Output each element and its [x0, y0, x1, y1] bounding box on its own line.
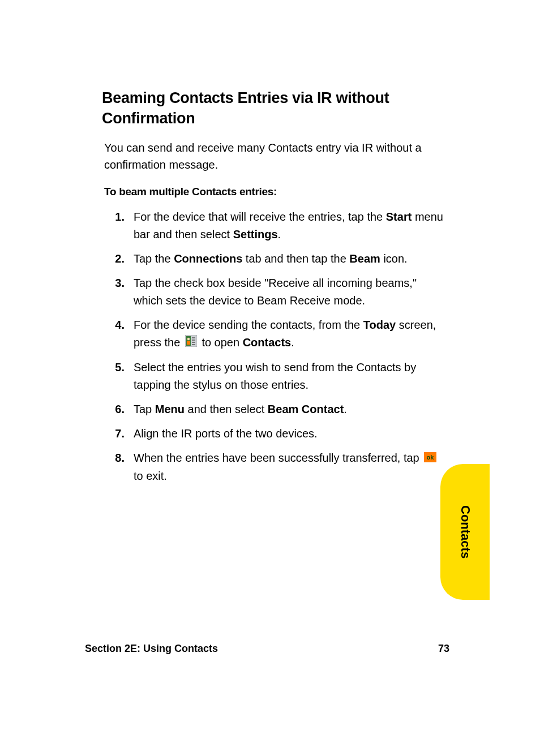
- list-item: 8. When the entries have been successful…: [113, 449, 444, 485]
- intro-paragraph: You can send and receive many Contacts e…: [104, 139, 444, 173]
- list-item: 6. Tap Menu and then select Beam Contact…: [113, 401, 444, 418]
- step-body: For the device sending the contacts, fro…: [134, 316, 444, 352]
- step-number: 1.: [113, 208, 134, 243]
- step-number: 8.: [113, 449, 134, 485]
- ok-icon: ok: [424, 450, 436, 467]
- step-number: 6.: [113, 401, 134, 418]
- svg-rect-3: [187, 341, 190, 345]
- step-body: For the device that will receive the ent…: [134, 208, 444, 243]
- step-number: 5.: [113, 359, 134, 394]
- step-number: 7.: [113, 425, 134, 443]
- list-item: 7. Align the IR ports of the two devices…: [113, 425, 444, 443]
- procedure-subhead: To beam multiple Contacts entries:: [104, 186, 444, 198]
- step-body: Select the entries you wish to send from…: [134, 359, 444, 394]
- page-footer: Section 2E: Using Contacts 73: [85, 643, 449, 655]
- step-body: Align the IR ports of the two devices.: [134, 425, 444, 443]
- step-number: 4.: [113, 316, 134, 352]
- section-heading: Beaming Contacts Entries via IR without …: [102, 88, 444, 129]
- step-body: Tap the Connections tab and then tap the…: [134, 250, 444, 268]
- footer-page-number: 73: [438, 643, 449, 655]
- svg-text:ok: ok: [427, 454, 435, 461]
- svg-point-2: [187, 338, 190, 340]
- procedure-list: 1. For the device that will receive the …: [113, 208, 444, 485]
- section-tab: Contacts: [440, 464, 490, 600]
- step-body: When the entries have been successfully …: [134, 449, 444, 485]
- list-item: 4. For the device sending the contacts, …: [113, 316, 444, 352]
- step-body: Tap the check box beside "Receive all in…: [134, 274, 444, 310]
- footer-section: Section 2E: Using Contacts: [85, 643, 218, 655]
- section-tab-label: Contacts: [458, 505, 473, 559]
- step-body: Tap Menu and then select Beam Contact.: [134, 401, 444, 418]
- contacts-icon: [185, 334, 197, 352]
- list-item: 5. Select the entries you wish to send f…: [113, 359, 444, 394]
- step-number: 3.: [113, 274, 134, 310]
- step-number: 2.: [113, 250, 134, 268]
- list-item: 2. Tap the Connections tab and then tap …: [113, 250, 444, 268]
- page-content: Beaming Contacts Entries via IR without …: [0, 0, 540, 485]
- list-item: 3. Tap the check box beside "Receive all…: [113, 274, 444, 310]
- list-item: 1. For the device that will receive the …: [113, 208, 444, 243]
